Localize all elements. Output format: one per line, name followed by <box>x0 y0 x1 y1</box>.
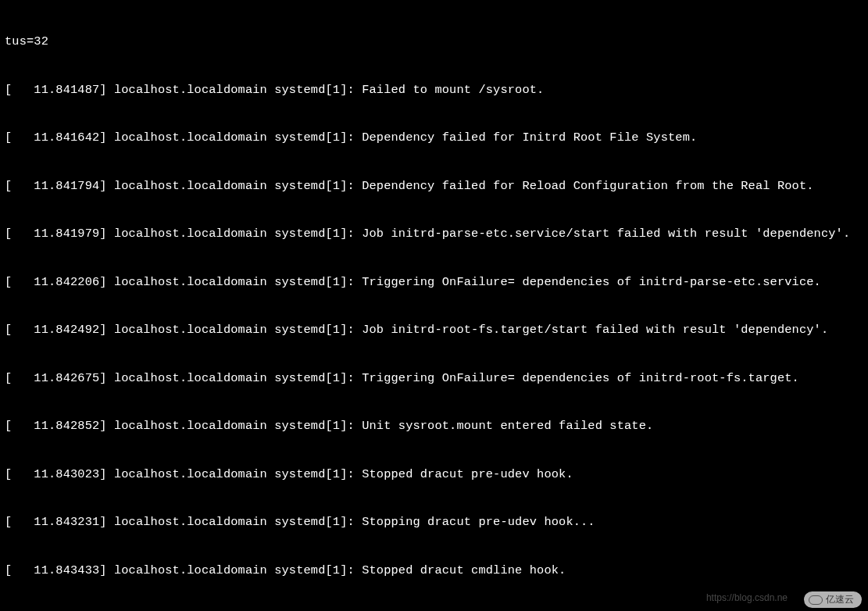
watermark-badge: 亿速云 <box>804 591 862 608</box>
watermark: https://blog.csdn.ne 亿速云 <box>804 591 862 608</box>
log-line: [ 11.841487] localhost.localdomain syste… <box>5 82 863 98</box>
log-line: [ 11.843023] localhost.localdomain syste… <box>5 466 863 483</box>
log-line: [ 11.843433] localhost.localdomain syste… <box>5 563 863 579</box>
log-line: [ 11.842492] localhost.localdomain syste… <box>5 322 863 338</box>
terminal-output[interactable]: tus=32 [ 11.841487] localhost.localdomai… <box>0 0 868 611</box>
watermark-url: https://blog.csdn.ne <box>706 592 788 603</box>
log-line: [ 11.842852] localhost.localdomain syste… <box>5 418 863 434</box>
cloud-icon <box>809 595 823 605</box>
log-line: [ 11.841642] localhost.localdomain syste… <box>5 130 863 146</box>
log-line: [ 11.842206] localhost.localdomain syste… <box>5 274 863 291</box>
log-line: [ 11.842675] localhost.localdomain syste… <box>5 370 863 387</box>
watermark-badge-text: 亿速云 <box>826 593 854 606</box>
log-line: [ 11.841979] localhost.localdomain syste… <box>5 226 863 242</box>
log-line: [ 11.843231] localhost.localdomain syste… <box>5 514 863 531</box>
log-line: tus=32 <box>5 34 863 50</box>
log-line: [ 11.841794] localhost.localdomain syste… <box>5 178 863 195</box>
